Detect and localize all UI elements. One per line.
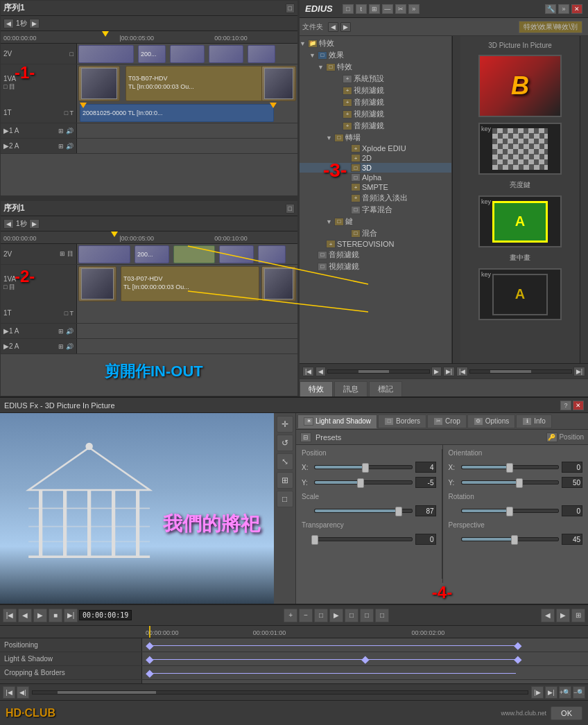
perspective-slider[interactable] [461, 537, 560, 541]
orient-x-value[interactable]: 0 [562, 462, 582, 473]
kf-scroll-thumb[interactable] [58, 691, 157, 694]
tb-icon-5[interactable]: ✂ [395, 4, 406, 14]
transport-btn-a[interactable]: □ [314, 609, 328, 622]
rotation-slider[interactable] [461, 509, 560, 513]
seq2-next-btn[interactable]: ▶ [29, 219, 40, 229]
transport-btn-g[interactable]: ▶ [556, 609, 570, 622]
tb-icon-6[interactable]: » [408, 4, 420, 14]
transparency-value[interactable]: 0 [415, 534, 436, 545]
kf-ctrl-zoom-in[interactable]: +🔍 [559, 686, 571, 699]
tree-effects[interactable]: ▼ □ 效果 [300, 49, 451, 61]
fx-tab-options[interactable]: ⚙ Options [467, 414, 515, 428]
tb-icon-2[interactable]: t [356, 4, 367, 14]
tree-mix[interactable]: □ 混合 [300, 227, 451, 239]
position-x-thumb[interactable] [362, 463, 369, 473]
nav-r-last[interactable]: ▶| [573, 367, 585, 376]
tree-vfilter[interactable]: + 視頻濾鏡 [300, 85, 451, 96]
tb-icon-1[interactable]: □ [343, 4, 354, 14]
perspective-value[interactable]: 45 [562, 534, 582, 545]
tree-vfilter2[interactable]: + 視頻濾鏡 [300, 108, 451, 120]
position-x-slider[interactable] [314, 465, 413, 469]
tab-marker[interactable]: 標記 [369, 381, 402, 396]
position-x-value[interactable]: 4 [415, 462, 436, 473]
tree-alpha[interactable]: □ Alpha [300, 173, 451, 182]
tree-stereo[interactable]: + STEREOVISION [300, 239, 451, 249]
tb-btn-close[interactable]: ✕ [571, 4, 582, 14]
nav-next[interactable]: ▶ [431, 367, 442, 376]
tb-btn-maximize[interactable]: » [558, 4, 569, 14]
tab-effects[interactable]: 特效 [300, 381, 333, 396]
transparency-thumb[interactable] [311, 535, 318, 545]
transport-btn-b[interactable]: ▶ [329, 609, 343, 622]
tree-xplode[interactable]: + Xplode EDIU [300, 143, 451, 153]
tb-btn-minimize[interactable]: 🔧 [545, 4, 556, 14]
transport-del-kf[interactable]: − [299, 609, 313, 622]
orient-x-thumb[interactable] [506, 463, 513, 473]
kf-ctrl-zoom-out[interactable]: −🔍 [573, 686, 585, 699]
transport-btn-c[interactable]: □ [345, 609, 358, 622]
seq1-btn[interactable]: □ [286, 3, 295, 13]
rotation-value[interactable]: 0 [562, 505, 582, 516]
tree-audio-fade[interactable]: + 音頻淡入淡出 [300, 192, 451, 204]
orient-y-thumb[interactable] [516, 478, 523, 488]
effects-preview-scrollbar[interactable] [580, 36, 588, 363]
transport-btn-d[interactable]: □ [360, 609, 374, 622]
effects-toolbar-btn1[interactable]: ◀ [328, 22, 338, 32]
tb-icon-4[interactable]: — [382, 4, 393, 14]
tree-caption[interactable]: □ 字幕混合 [300, 204, 451, 216]
nav-r-first[interactable]: |◀ [456, 367, 468, 376]
nav-prev[interactable]: ◀ [315, 367, 326, 376]
tree-afilter3[interactable]: □ 音頻濾鏡 [300, 249, 451, 261]
fx-tab-crop[interactable]: ✂ Crop [427, 414, 467, 428]
tree-trans[interactable]: ▼ □ 轉場 [300, 132, 451, 143]
transport-stop[interactable]: ■ [49, 609, 62, 622]
seq2-btn[interactable]: □ [286, 204, 295, 213]
ok-button[interactable]: OK [551, 706, 582, 720]
scale-slider[interactable] [314, 509, 413, 513]
position-y-thumb[interactable] [357, 478, 364, 488]
effects-toolbar-btn2[interactable]: ▶ [340, 22, 351, 32]
tree-root[interactable]: ▼ 📁 特效 [300, 37, 451, 49]
fx-btn-help[interactable]: ? [560, 401, 571, 410]
tree-key[interactable]: ▼ □ 鍵 [300, 216, 451, 227]
kf-ctrl-to-end[interactable]: ▶| [545, 686, 557, 699]
transport-add-kf[interactable]: + [284, 609, 297, 622]
orient-x-slider[interactable] [461, 465, 560, 469]
tab-info[interactable]: 訊息 [334, 381, 368, 396]
orient-y-slider[interactable] [461, 480, 560, 484]
side-btn-reset[interactable]: □ [277, 491, 293, 507]
nav-slider-thumb[interactable] [358, 370, 389, 373]
fx-tab-info[interactable]: ℹ Info [516, 414, 552, 428]
nav-r-thumb[interactable] [490, 370, 530, 373]
transport-btn-h[interactable]: ⊞ [571, 609, 585, 622]
fx-tab-light[interactable]: ☀ Light and Shadow [297, 414, 377, 428]
kf-ctrl-next[interactable]: |▶ [531, 686, 544, 699]
transport-btn-e[interactable]: □ [375, 609, 389, 622]
tree-afilter2[interactable]: + 音頻濾鏡 [300, 120, 451, 132]
kf-ctrl-to-start[interactable]: |◀ [3, 686, 15, 699]
transport-prev-frame[interactable]: ◀ [18, 609, 32, 622]
side-btn-scale[interactable]: ⤡ [277, 453, 293, 470]
position-y-slider[interactable] [314, 480, 413, 484]
seq1-next-btn[interactable]: ▶ [29, 19, 40, 28]
effects-tree-scrollbar[interactable] [452, 36, 460, 363]
tree-2d[interactable]: + 2D [300, 153, 451, 163]
transport-to-start[interactable]: |◀ [3, 609, 17, 622]
tree-smpte[interactable]: + SMPTE [300, 182, 451, 192]
tree-tokko[interactable]: ▼ □ 特效 [300, 61, 451, 73]
scale-thumb[interactable] [395, 507, 402, 516]
seq1-prev-btn[interactable]: ◀ [3, 19, 14, 28]
perspective-thumb[interactable] [511, 535, 518, 545]
tree-3d[interactable]: □ 3D [300, 163, 451, 173]
kf-ctrl-prev[interactable]: ◀| [17, 686, 29, 699]
tree-vfilter3[interactable]: □ 視頻濾鏡 [300, 261, 451, 272]
tree-sys[interactable]: + 系統預設 [300, 73, 451, 85]
side-btn-move[interactable]: ✛ [277, 416, 293, 433]
transparency-slider[interactable] [314, 537, 413, 541]
tree-afilter[interactable]: + 音頻濾鏡 [300, 96, 451, 108]
scale-value[interactable]: 87 [415, 505, 436, 516]
rotation-thumb[interactable] [506, 507, 513, 516]
side-btn-crop[interactable]: ⊞ [277, 472, 293, 489]
side-btn-rotate[interactable]: ↺ [277, 435, 293, 451]
transport-play[interactable]: ▶ [33, 609, 47, 622]
